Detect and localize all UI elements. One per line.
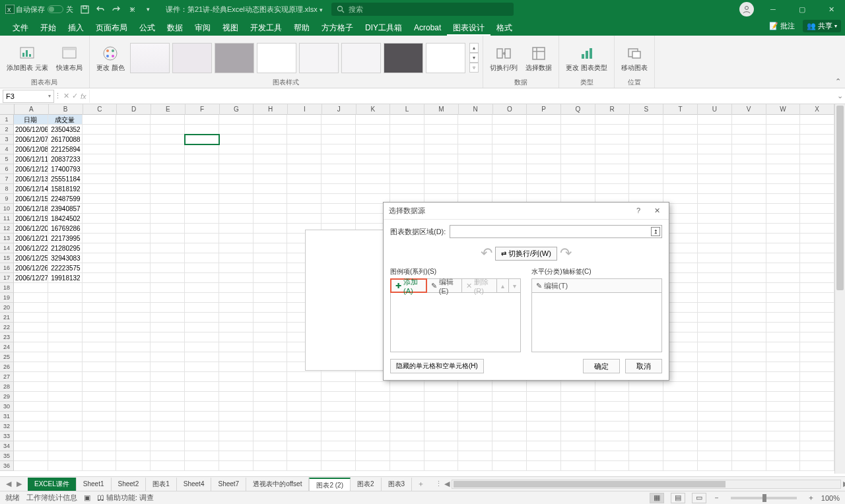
cell-K30[interactable] — [356, 402, 390, 412]
column-header-T[interactable]: T — [663, 104, 698, 115]
cell-H29[interactable] — [254, 392, 288, 402]
cell-F21[interactable] — [185, 313, 219, 323]
ribbon-tab-公式[interactable]: 公式 — [133, 20, 161, 36]
cell-G19[interactable] — [219, 293, 254, 303]
cell-G15[interactable] — [219, 253, 254, 263]
cell-G33[interactable] — [219, 431, 254, 441]
cell-L36[interactable] — [390, 461, 424, 471]
cell-U33[interactable] — [698, 431, 732, 441]
chart-style-8[interactable] — [426, 43, 465, 73]
cell-L4[interactable] — [390, 144, 424, 154]
cell-C17[interactable] — [83, 273, 117, 283]
column-header-N[interactable]: N — [459, 104, 493, 115]
cell-P36[interactable] — [527, 461, 561, 471]
row-header-25[interactable]: 25 — [0, 352, 14, 362]
cell-K36[interactable] — [356, 461, 390, 471]
cell-T6[interactable] — [663, 164, 698, 174]
cell-Q5[interactable] — [561, 154, 595, 164]
cell-U3[interactable] — [698, 135, 732, 144]
row-header-6[interactable]: 6 — [0, 164, 14, 174]
column-header-R[interactable]: R — [595, 104, 630, 115]
cell-K8[interactable] — [356, 184, 390, 194]
cell-H5[interactable] — [254, 154, 288, 164]
cell-A33[interactable] — [14, 431, 48, 441]
cell-W19[interactable] — [766, 293, 801, 303]
cell-B20[interactable] — [48, 303, 83, 313]
cell-A12[interactable]: 2006/12/20 — [14, 224, 48, 234]
cell-D16[interactable] — [116, 263, 151, 273]
cell-G23[interactable] — [219, 332, 254, 342]
cell-B23[interactable] — [48, 332, 83, 342]
cell-W16[interactable] — [766, 263, 801, 273]
cell-A35[interactable] — [14, 451, 48, 461]
ribbon-tab-开始[interactable]: 开始 — [34, 20, 62, 36]
cell-F34[interactable] — [185, 441, 219, 451]
cell-T7[interactable] — [663, 174, 698, 184]
formula-input[interactable] — [89, 90, 834, 103]
cell-V32[interactable] — [732, 422, 766, 431]
cell-C20[interactable] — [83, 303, 117, 313]
cell-D15[interactable] — [116, 253, 151, 263]
cell-F32[interactable] — [185, 422, 219, 431]
cell-D10[interactable] — [116, 204, 151, 214]
cell-X10[interactable] — [800, 204, 834, 214]
cell-F28[interactable] — [185, 382, 219, 392]
cell-K28[interactable] — [356, 382, 390, 392]
cell-X33[interactable] — [800, 431, 834, 441]
row-header-12[interactable]: 12 — [0, 224, 14, 234]
sheet-tab-图表1[interactable]: 图表1 — [146, 478, 177, 491]
add-chart-element-button[interactable]: 添加图表 元素 — [4, 43, 51, 73]
cell-O7[interactable] — [492, 174, 527, 184]
cell-F9[interactable] — [185, 194, 219, 204]
cell-C1[interactable] — [83, 115, 117, 125]
cell-E36[interactable] — [151, 461, 185, 471]
cell-R32[interactable] — [595, 422, 630, 431]
cell-X35[interactable] — [800, 451, 834, 461]
sheet-tab-图表2[interactable]: 图表2 — [351, 478, 382, 491]
cell-F22[interactable] — [185, 323, 219, 332]
cell-U9[interactable] — [698, 194, 732, 204]
cell-J29[interactable] — [321, 392, 356, 402]
row-header-20[interactable]: 20 — [0, 303, 14, 313]
cell-S6[interactable] — [629, 164, 663, 174]
cell-U17[interactable] — [698, 273, 732, 283]
cell-B3[interactable]: 26170088 — [48, 135, 83, 144]
cell-W25[interactable] — [766, 352, 801, 362]
cell-N7[interactable] — [458, 174, 492, 184]
cell-F6[interactable] — [185, 164, 219, 174]
cell-F4[interactable] — [185, 144, 219, 154]
column-header-I[interactable]: I — [288, 104, 322, 115]
cell-J34[interactable] — [321, 441, 356, 451]
cell-J33[interactable] — [321, 431, 356, 441]
cell-N5[interactable] — [458, 154, 492, 164]
cell-W13[interactable] — [766, 234, 801, 243]
cell-N6[interactable] — [458, 164, 492, 174]
cell-P33[interactable] — [527, 431, 561, 441]
cell-J28[interactable] — [321, 382, 356, 392]
cell-W34[interactable] — [766, 441, 801, 451]
cell-L7[interactable] — [390, 174, 424, 184]
cell-J10[interactable] — [321, 204, 356, 214]
cell-T8[interactable] — [663, 184, 698, 194]
cell-J6[interactable] — [321, 164, 356, 174]
cell-K1[interactable] — [356, 115, 390, 125]
cell-W14[interactable] — [766, 243, 801, 253]
cell-S1[interactable] — [629, 115, 663, 125]
cell-O29[interactable] — [492, 392, 527, 402]
cell-U2[interactable] — [698, 125, 732, 135]
cell-U29[interactable] — [698, 392, 732, 402]
cell-D17[interactable] — [116, 273, 151, 283]
cell-E25[interactable] — [151, 352, 185, 362]
cell-X22[interactable] — [800, 323, 834, 332]
horizontal-scrollbar[interactable]: ◀ ▶ — [452, 480, 841, 489]
cell-H10[interactable] — [254, 204, 288, 214]
cell-L3[interactable] — [390, 135, 424, 144]
cell-J3[interactable] — [321, 135, 356, 144]
cell-A20[interactable] — [14, 303, 48, 313]
undo-icon[interactable] — [94, 3, 106, 15]
cell-U18[interactable] — [698, 283, 732, 293]
column-header-C[interactable]: C — [83, 104, 118, 115]
ribbon-tab-帮助[interactable]: 帮助 — [288, 20, 316, 36]
cell-L1[interactable] — [390, 115, 424, 125]
cell-W20[interactable] — [766, 303, 801, 313]
